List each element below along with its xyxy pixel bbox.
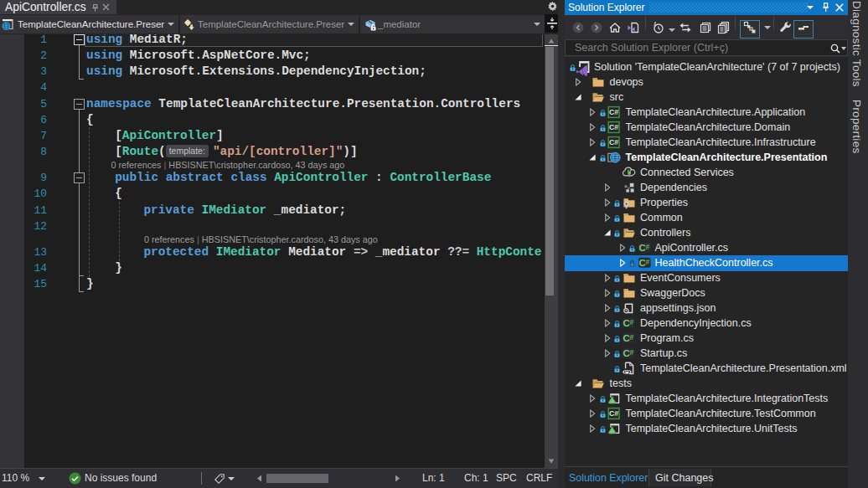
svg-text:#: # [629, 333, 633, 342]
svg-text:#: # [645, 258, 649, 266]
svg-text:#: # [629, 348, 633, 357]
svg-text:#: # [629, 318, 633, 326]
svg-text:C#: C# [609, 409, 618, 418]
svg-text:C#: C# [609, 123, 618, 131]
svg-text:#: # [645, 243, 649, 251]
svg-text:C#: C# [609, 108, 618, 116]
svg-text:C#: C# [609, 138, 618, 146]
